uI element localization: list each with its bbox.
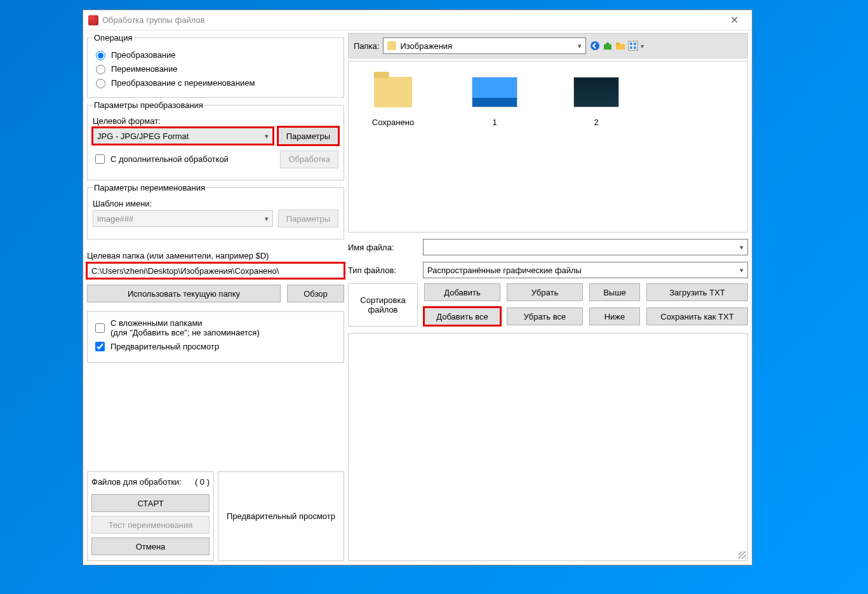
radio-both[interactable]: Преобразование с переименованием — [93, 77, 338, 88]
load-txt-button[interactable]: Загрузить TXT — [646, 283, 748, 301]
svg-point-0 — [591, 41, 599, 50]
with-subfolders-label: С вложенными папками — [110, 318, 203, 328]
add-button[interactable]: Добавить — [424, 283, 500, 301]
with-subfolders-check[interactable]: С вложенными папками (для "Добавить все"… — [93, 318, 338, 337]
preview-check[interactable]: Предварительный просмотр — [93, 340, 338, 353]
start-button[interactable]: СТАРТ — [91, 494, 210, 512]
up-folder-icon[interactable] — [603, 41, 613, 51]
target-folder-label: Целевая папка (или заменители, например … — [87, 251, 344, 260]
chevron-down-icon: ▾ — [578, 42, 582, 50]
name-template-select: image### ▾ — [93, 210, 273, 227]
extra-processing-check[interactable]: С дополнительной обработкой — [93, 152, 275, 166]
batch-conversion-window: Обработка группы файлов ✕ Операция Преоб… — [83, 10, 752, 565]
folder-label: Папка: — [354, 41, 379, 51]
run-panel: Файлов для обработки: ( 0 ) СТАРТ Тест п… — [87, 471, 214, 561]
extra-processing-checkbox[interactable] — [95, 154, 105, 164]
remove-all-button[interactable]: Убрать все — [507, 307, 583, 325]
close-button[interactable]: ✕ — [721, 11, 747, 29]
target-format-value: JPG - JPG/JPEG Format — [97, 132, 189, 141]
folder-value: Изображения — [400, 41, 452, 51]
cancel-button[interactable]: Отмена — [91, 537, 210, 555]
with-subfolders-checkbox[interactable] — [95, 323, 105, 333]
radio-rename-input[interactable] — [96, 65, 105, 74]
chevron-down-icon: ▾ — [740, 243, 744, 252]
convert-params-legend: Параметры преобразования — [93, 100, 204, 110]
chevron-down-icon: ▾ — [740, 266, 744, 274]
titlebar: Обработка группы файлов ✕ — [83, 10, 752, 30]
target-folder-input[interactable] — [87, 263, 344, 278]
with-subfolders-text: С вложенными папками (для "Добавить все"… — [110, 318, 260, 337]
app-icon — [88, 15, 98, 25]
radio-convert-input[interactable] — [96, 51, 105, 60]
file-list[interactable] — [348, 333, 748, 561]
target-format-select[interactable]: JPG - JPG/JPEG Format ▾ — [93, 128, 273, 144]
test-rename-button: Тест переименования — [91, 516, 210, 534]
filename-select[interactable]: ▾ — [423, 239, 748, 255]
rename-params-group: Параметры переименования Шаблон имени: i… — [87, 183, 344, 240]
left-pane: Операция Преобразование Переименование П… — [87, 33, 344, 561]
filetype-select[interactable]: Распространённые графические файлы ▾ — [423, 262, 748, 278]
preview-checkbox[interactable] — [95, 342, 105, 351]
thumb-caption: 2 — [558, 118, 634, 127]
svg-rect-6 — [634, 43, 636, 45]
extra-processing-label: С дополнительной обработкой — [110, 154, 229, 164]
remove-button[interactable]: Убрать — [507, 283, 583, 301]
svg-rect-5 — [630, 43, 632, 45]
svg-rect-1 — [604, 44, 611, 50]
radio-rename-label: Переименование — [111, 64, 178, 74]
rename-params-button: Параметры — [278, 210, 338, 227]
thumb-image-2[interactable]: 2 — [558, 68, 634, 226]
format-params-button[interactable]: Параметры — [278, 127, 338, 145]
move-up-button[interactable]: Выше — [589, 283, 640, 301]
filetype-value: Распространённые графические файлы — [427, 266, 582, 275]
open-folder-icon[interactable] — [615, 41, 625, 51]
sort-files-label: Сортировка файлов — [348, 283, 418, 327]
radio-convert-label: Преобразование — [111, 50, 176, 60]
operation-legend: Операция — [93, 33, 134, 43]
folder-select[interactable]: Изображения ▾ — [383, 37, 586, 54]
thumb-image-1[interactable]: 1 — [457, 68, 533, 226]
convert-params-group: Параметры преобразования Целевой формат:… — [87, 100, 344, 180]
browse-button[interactable]: Обзор — [287, 285, 344, 302]
view-dropdown-icon[interactable]: ▾ — [641, 43, 644, 50]
operation-group: Операция Преобразование Переименование П… — [87, 33, 344, 98]
svg-rect-8 — [634, 46, 636, 49]
chevron-down-icon: ▾ — [265, 132, 269, 140]
name-template-label: Шаблон имени: — [93, 199, 338, 208]
add-all-button[interactable]: Добавить все — [424, 307, 500, 325]
image-icon — [573, 77, 619, 107]
use-current-folder-button[interactable]: Использовать текущую папку — [87, 285, 281, 302]
svg-rect-7 — [630, 46, 632, 49]
view-icon[interactable] — [628, 41, 638, 51]
back-icon[interactable] — [590, 41, 600, 51]
action-grid: Сортировка файлов Добавить Убрать Выше З… — [348, 283, 748, 327]
filename-label: Имя файла: — [348, 243, 418, 252]
rename-params-legend: Параметры переименования — [93, 183, 206, 192]
preview-panel-label: Предварительный просмотр — [227, 511, 335, 521]
radio-convert[interactable]: Преобразование — [93, 49, 338, 60]
window-title: Обработка группы файлов — [102, 15, 721, 25]
folder-bar: Папка: Изображения ▾ ▾ — [348, 33, 748, 58]
thumb-folder[interactable]: Сохранено — [355, 68, 431, 226]
filetype-label: Тип файлов: — [348, 266, 418, 275]
right-pane: Папка: Изображения ▾ ▾ Сохранено — [348, 33, 748, 561]
name-template-value: image### — [97, 214, 133, 224]
svg-rect-2 — [616, 44, 625, 50]
window-body: Операция Преобразование Переименование П… — [83, 30, 752, 565]
thumb-caption: Сохранено — [355, 118, 431, 127]
files-for-label: Файлов для обработки: — [91, 477, 182, 487]
files-count: ( 0 ) — [195, 477, 210, 487]
image-icon — [472, 77, 517, 107]
svg-rect-3 — [616, 43, 620, 44]
radio-both-input[interactable] — [96, 79, 105, 88]
thumbnail-area[interactable]: Сохранено 1 2 — [348, 61, 748, 233]
subdir-group: С вложенными папками (для "Добавить все"… — [87, 311, 344, 363]
save-txt-button[interactable]: Сохранить как TXT — [646, 307, 748, 325]
move-down-button[interactable]: Ниже — [589, 307, 640, 325]
thumb-caption: 1 — [457, 118, 533, 127]
processing-button: Обработка — [280, 151, 338, 168]
radio-rename[interactable]: Переименование — [93, 63, 338, 74]
preview-label: Предварительный просмотр — [110, 342, 219, 351]
chevron-down-icon: ▾ — [265, 215, 269, 223]
preview-panel: Предварительный просмотр — [218, 471, 344, 561]
